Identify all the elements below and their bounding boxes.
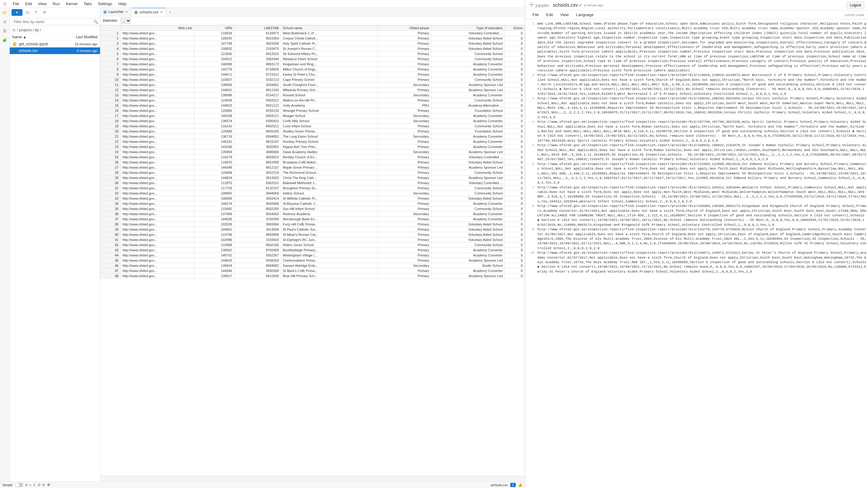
commands-icon[interactable]: ☰: [2, 28, 8, 34]
table-row[interactable]: 12 http://www.ofsted.gov... 144631 88121…: [101, 88, 525, 93]
table-row[interactable]: 10 http://www.ofsted.gov... 103937 33321…: [101, 77, 525, 83]
table-row[interactable]: 15 http://www.ofsted.gov... 144023 89211…: [101, 103, 525, 108]
table-row[interactable]: 24 http://www.ofsted.gov... 135958 30869…: [101, 150, 525, 155]
menu-file[interactable]: File: [10, 0, 22, 7]
table-row[interactable]: 26 http://www.ofsted.gov... 116870 88533…: [101, 160, 525, 165]
column-header[interactable]: Type of education: [431, 26, 505, 31]
table-row[interactable]: 28 http://www.ofsted.gov... 120494 92522…: [101, 170, 525, 175]
menu-edit[interactable]: Edit: [22, 0, 35, 7]
table-row[interactable]: 2 http://www.ofsted.gov... 109242 802335…: [101, 36, 525, 41]
table-row[interactable]: 32 http://www.ofsted.gov... 108862 39440…: [101, 191, 525, 196]
new-launcher-button[interactable]: +: [11, 9, 23, 16]
menu-file[interactable]: File: [529, 11, 542, 18]
line-text[interactable]: http://www.ofsted.gov.uk/inspection-repo…: [537, 185, 867, 204]
table-row[interactable]: 45 http://www.ofsted.gov... 144625 93582…: [101, 258, 525, 263]
line-text[interactable]: http://www.ofsted.gov.uk/inspection-repo…: [537, 120, 867, 143]
table-row[interactable]: 33 http://www.ofsted.gov... 106509 35934…: [101, 196, 525, 201]
table-row[interactable]: 40 http://www.ofsted.gov... 119706 88939…: [101, 232, 525, 237]
file-row[interactable]: ▦ schools.csv 3 minutes ago: [10, 47, 100, 54]
line-text[interactable]: http://www.ofsted.gov.uk/inspection-repo…: [537, 143, 867, 162]
running-icon[interactable]: ⊙: [2, 19, 8, 25]
table-row[interactable]: 48 http://www.ofsted.gov... 138917 94120…: [101, 273, 525, 279]
column-header[interactable]: Ofsted phase: [378, 26, 431, 31]
upload-icon[interactable]: ⤒: [33, 9, 39, 16]
table-row[interactable]: 11 http://www.ofsted.gov... 138859 32040…: [101, 83, 525, 88]
table-row[interactable]: 42 http://www.ofsted.gov... 115908 85021…: [101, 242, 525, 248]
table-row[interactable]: 1 http://www.ofsted.gov... 118018 813307…: [101, 31, 525, 36]
table-row[interactable]: 27 http://www.ofsted.gov... 144349 88121…: [101, 165, 525, 170]
tab-schools-csv[interactable]: ▦ schools.csv ×: [131, 8, 166, 16]
header-name[interactable]: Name ▲: [12, 35, 67, 39]
table-row[interactable]: 18 http://www.ofsted.gov... 136574 83954…: [101, 119, 525, 124]
gear-icon[interactable]: ⚙: [47, 483, 50, 487]
column-header[interactable]: Schoo: [504, 26, 525, 31]
filter-input[interactable]: [11, 19, 100, 25]
table-row[interactable]: 8 http://www.ofsted.gov... 143776 873302…: [101, 67, 525, 72]
table-row[interactable]: 36 http://www.ofsted.gov... 137968 85540…: [101, 212, 525, 217]
breadcrumb[interactable]: 🗀 / projects / ttp /: [10, 27, 100, 34]
table-row[interactable]: 38 http://www.ofsted.gov... 102028 30833…: [101, 222, 525, 227]
notebook-title[interactable]: schools.csv: [553, 2, 578, 8]
table-row[interactable]: 5 http://www.ofsted.gov... 122605 891261…: [101, 51, 525, 57]
table-row[interactable]: 7 http://www.ofsted.gov... 148308 886317…: [101, 62, 525, 67]
table-row[interactable]: 47 http://www.ofsted.gov... 144340 35920…: [101, 268, 525, 273]
table-row[interactable]: 13 http://www.ofsted.gov... 136896 81542…: [101, 93, 525, 98]
refresh-icon[interactable]: ⟳: [41, 9, 48, 16]
table-row[interactable]: 37 http://www.ofsted.gov... 144036 37020…: [101, 217, 525, 222]
menu-run[interactable]: Run: [50, 0, 63, 7]
menu-language[interactable]: Language: [572, 11, 597, 18]
line-text[interactable]: http://www.ofsted.gov.uk/inspection-repo…: [537, 162, 867, 185]
table-row[interactable]: 6 http://www.ofsted.gov... 104312 336204…: [101, 57, 525, 62]
table-row[interactable]: 22 http://www.ofsted.gov... 146181 88152…: [101, 139, 525, 144]
column-header[interactable]: URN: [194, 26, 234, 31]
close-icon[interactable]: ×: [126, 9, 128, 14]
tab-launcher[interactable]: ▦ Launcher ×: [100, 8, 131, 16]
column-header[interactable]: School name: [281, 26, 378, 31]
logout-button[interactable]: Logout: [846, 2, 864, 8]
text-editor[interactable]: 1 Web Link,URN,LAESTAB,School name,Ofste…: [525, 19, 868, 488]
new-tab-button[interactable]: +: [166, 9, 174, 16]
line-text[interactable]: http://www.ofsted.gov.uk/inspection-repo…: [537, 73, 867, 96]
file-row[interactable]: 📒 get_schools.ipynb 10 minutes ago: [10, 41, 100, 47]
notification-icon[interactable]: 🔔: [518, 483, 522, 487]
menu-view[interactable]: View: [556, 11, 572, 18]
horizontal-scrollbar[interactable]: [100, 476, 525, 481]
delimiter-select[interactable]: ,: [121, 18, 131, 24]
line-text[interactable]: http://www.ofsted.gov.uk/inspection-repo…: [537, 251, 867, 274]
close-icon[interactable]: ×: [160, 10, 163, 14]
table-row[interactable]: 46 http://www.ofsted.gov... 139924 88940…: [101, 263, 525, 268]
table-row[interactable]: 44 http://www.ofsted.gov... 145701 93522…: [101, 253, 525, 258]
table-row[interactable]: 29 http://www.ofsted.gov... 144824 38130…: [101, 175, 525, 181]
line-text[interactable]: http://www.ofsted.gov.uk/inspection-repo…: [537, 96, 867, 120]
header-modified[interactable]: Last Modified: [67, 35, 98, 39]
column-header[interactable]: Web Link: [120, 26, 194, 31]
table-row[interactable]: 9 http://www.ofsted.gov... 144571 872331…: [101, 72, 525, 77]
table-row[interactable]: 3 http://www.ofsted.gov... 107748 382333…: [101, 41, 525, 46]
simple-toggle[interactable]: [15, 483, 23, 487]
table-row[interactable]: 21 http://www.ofsted.gov... 136716 83040…: [101, 134, 525, 139]
table-row[interactable]: 41 http://www.ofsted.gov... 102996 31935…: [101, 237, 525, 242]
table-row[interactable]: 16 http://www.ofsted.gov... 120685 92552…: [101, 108, 525, 113]
extensions-icon[interactable]: 🧩: [2, 37, 8, 43]
table-row[interactable]: 31 http://www.ofsted.gov... 117729 81321…: [101, 186, 525, 191]
table-row[interactable]: 4 http://www.ofsted.gov... 100832 210347…: [101, 46, 525, 51]
new-folder-icon[interactable]: 🗀: [24, 9, 31, 16]
table-row[interactable]: 34 http://www.ofsted.gov... 148274 39333…: [101, 201, 525, 206]
menu-settings[interactable]: Settings: [95, 0, 115, 7]
line-text[interactable]: Web Link,URN,LAESTAB,School name,Ofsted …: [537, 22, 867, 73]
table-row[interactable]: 23 http://www.ofsted.gov... 143240 38328…: [101, 144, 525, 150]
csv-grid[interactable]: Web LinkURNLAESTABSchool nameOfsted phas…: [100, 25, 525, 476]
table-row[interactable]: 14 http://www.ofsted.gov... 124939 93520…: [101, 98, 525, 103]
line-text[interactable]: http://www.ofsted.gov.uk/inspection-repo…: [537, 204, 867, 227]
line-text[interactable]: http://www.ofsted.gov.uk/inspection-repo…: [537, 227, 867, 251]
menu-help[interactable]: Help: [115, 0, 129, 7]
menu-view[interactable]: View: [35, 0, 50, 7]
table-row[interactable]: 43 http://www.ofsted.gov... 136562 87824…: [101, 248, 525, 253]
table-row[interactable]: 17 http://www.ofsted.gov... 140108 89541…: [101, 113, 525, 119]
menu-edit[interactable]: Edit: [542, 11, 556, 18]
table-row[interactable]: 25 http://www.ofsted.gov... 116279 85030…: [101, 155, 525, 160]
menu-kernel[interactable]: Kernel: [63, 0, 81, 7]
menu-tabs[interactable]: Tabs: [81, 0, 95, 7]
column-header[interactable]: LAESTAB: [234, 26, 281, 31]
table-row[interactable]: 30 http://www.ofsted.gov... 112870 83031…: [101, 181, 525, 186]
